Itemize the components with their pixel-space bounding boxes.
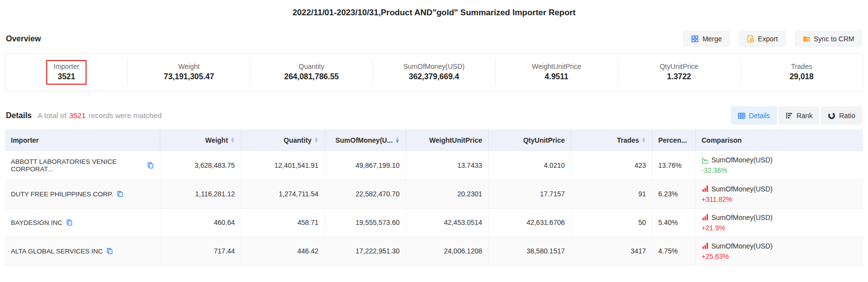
- stat-value: 1.3722: [667, 72, 691, 81]
- sum-of-money-cell: 19,555,573.60: [325, 208, 406, 237]
- report-page: 2022/11/01-2023/10/31,Product AND"gold" …: [0, 0, 868, 266]
- comparison-metric: SumOfMoney(USD): [712, 185, 773, 193]
- tab-rank[interactable]: Rank: [778, 106, 820, 125]
- weight-unit-price-cell: 42,453.0514: [406, 208, 488, 237]
- stat-qty-unit-price: QtyUnitPrice 1.3722: [618, 59, 740, 86]
- qty-unit-price-cell: 4.0210: [488, 151, 571, 180]
- export-button-label: Export: [758, 35, 778, 43]
- tab-rank-label: Rank: [797, 112, 813, 120]
- stat-weight-unit-price: WeightUnitPrice 4.9511: [495, 59, 618, 86]
- stat-value: 29,018: [789, 72, 813, 81]
- trend-down-chart-icon: [702, 157, 709, 164]
- tab-ratio-label: Ratio: [839, 112, 855, 120]
- tab-ratio[interactable]: Ratio: [821, 106, 862, 125]
- weight-cell: 1,116,281.12: [160, 180, 241, 208]
- trend-up-chart-icon: [702, 242, 709, 250]
- stat-label: SumOfMoney(USD): [403, 63, 464, 70]
- stat-label: Trades: [791, 63, 812, 70]
- sync-to-crm-button[interactable]: Sync to CRM: [795, 31, 862, 47]
- column-header-sum-of-money[interactable]: SumOfMoney(U... ▲▼: [325, 129, 406, 151]
- copy-icon[interactable]: [66, 219, 73, 226]
- sum-of-money-cell: 17,222,951.30: [325, 237, 406, 265]
- importer-stat-highlight: Importer 3521: [46, 60, 87, 85]
- quantity-cell: 12,401,541.91: [241, 151, 325, 180]
- qty-unit-price-cell: 38,580.1517: [488, 237, 571, 265]
- overview-row: Overview Merge: [5, 31, 863, 47]
- importer-name: ABBOTT LABORATORIES VENICE CORPORAT...: [11, 158, 144, 173]
- donut-chart-icon: [828, 112, 836, 120]
- page-title: 2022/11/01-2023/10/31,Product AND"gold" …: [5, 0, 863, 18]
- weight-cell: 460.64: [160, 208, 241, 237]
- comparison-change: +21.9%: [702, 224, 858, 232]
- sum-of-money-cell: 49,867,199.10: [325, 151, 406, 180]
- overview-stats-panel: Importer 3521 Weight 73,191,305.47 Quant…: [5, 53, 863, 92]
- comparison-cell: SumOfMoney(USD) +25.63%: [695, 237, 863, 265]
- copy-icon[interactable]: [106, 248, 113, 254]
- weight-unit-price-cell: 13.7433: [406, 151, 488, 180]
- trend-up-chart-icon: [702, 185, 709, 192]
- copy-icon[interactable]: [117, 190, 123, 197]
- sync-to-crm-button-label: Sync to CRM: [814, 35, 854, 43]
- comparison-metric: SumOfMoney(USD): [712, 214, 773, 221]
- column-header-percent: Percen...: [652, 129, 695, 151]
- sort-carets: ▲▼: [642, 137, 646, 143]
- comparison-metric: SumOfMoney(USD): [712, 242, 773, 250]
- rank-bars-icon: [785, 112, 793, 120]
- importer-table: Importer Weight ▲▼ Quantity ▲▼ SumOfMone…: [5, 129, 863, 266]
- quantity-cell: 1,274,711.54: [241, 180, 325, 208]
- stat-value: 264,081,786.55: [284, 72, 339, 81]
- tab-details-label: Details: [749, 112, 770, 120]
- table-row: BAYDESIGN INC 460.64 458.71 19,555,573.6…: [5, 208, 863, 237]
- comparison-change: -32.36%: [702, 166, 858, 174]
- percent-cell: 6.23%: [652, 180, 695, 208]
- comparison-cell: SumOfMoney(USD) +311.82%: [695, 180, 863, 208]
- stat-trades: Trades 29,018: [740, 59, 863, 86]
- stat-importer: Importer 3521: [5, 59, 127, 86]
- sort-carets: ▲▼: [314, 137, 319, 143]
- merge-button-label: Merge: [702, 35, 722, 43]
- column-header-quantity[interactable]: Quantity ▲▼: [241, 129, 325, 151]
- importer-name: BAYDESIGN INC: [11, 219, 62, 226]
- stat-label: Importer: [54, 63, 79, 70]
- view-tabs: Details Rank: [731, 106, 862, 125]
- toolbar: Merge Export: [683, 31, 862, 47]
- table-icon: [738, 112, 746, 120]
- export-button[interactable]: Export: [739, 31, 785, 47]
- stat-weight: Weight 73,191,305.47: [127, 59, 250, 86]
- table-row: DUTY FREE PHILIPPINES CORP. 1,116,281.12…: [5, 180, 863, 208]
- column-header-importer: Importer: [5, 129, 160, 151]
- details-heading: Details: [6, 111, 31, 120]
- qty-unit-price-cell: 17.7157: [488, 180, 571, 208]
- trades-cell: 50: [571, 208, 652, 237]
- stat-sum-of-money: SumOfMoney(USD) 362,379,669.4: [372, 59, 495, 86]
- comparison-change: +25.63%: [702, 252, 858, 260]
- percent-cell: 5.40%: [652, 208, 695, 237]
- column-header-comparison: Comparison: [695, 129, 863, 151]
- trades-cell: 91: [571, 180, 652, 208]
- matched-count: 3521: [69, 111, 86, 120]
- stat-value: 73,191,305.47: [164, 72, 214, 81]
- column-header-weight-unit-price: WeightUnitPrice: [406, 129, 488, 151]
- table-row: ALTA GLOBAL SERVICES INC 717.44 446.42 1…: [5, 237, 863, 265]
- stat-label: Weight: [179, 63, 200, 70]
- copy-icon[interactable]: [147, 162, 154, 169]
- tab-details[interactable]: Details: [731, 106, 777, 125]
- stat-label: WeightUnitPrice: [532, 63, 581, 70]
- table-row: ABBOTT LABORATORIES VENICE CORPORAT... 3…: [5, 151, 863, 180]
- stat-label: Quantity: [299, 63, 324, 70]
- sum-of-money-cell: 22,582,470.70: [325, 180, 406, 208]
- weight-cell: 717.44: [160, 237, 241, 265]
- comparison-cell: SumOfMoney(USD) -32.36%: [695, 151, 863, 180]
- importer-name: DUTY FREE PHILIPPINES CORP.: [11, 190, 113, 198]
- weight-cell: 3,628,483.75: [160, 151, 241, 180]
- sort-carets: ▲▼: [231, 137, 235, 143]
- comparison-change: +311.82%: [702, 195, 858, 203]
- qty-unit-price-cell: 42,631.6706: [488, 208, 571, 237]
- column-header-weight[interactable]: Weight ▲▼: [160, 129, 241, 151]
- column-header-trades[interactable]: Trades ▲▼: [571, 129, 652, 151]
- trend-up-chart-icon: [702, 214, 709, 221]
- comparison-cell: SumOfMoney(USD) +21.9%: [695, 208, 863, 237]
- trades-cell: 423: [571, 151, 652, 180]
- sync-folder-icon: [803, 35, 810, 43]
- merge-button[interactable]: Merge: [683, 31, 730, 47]
